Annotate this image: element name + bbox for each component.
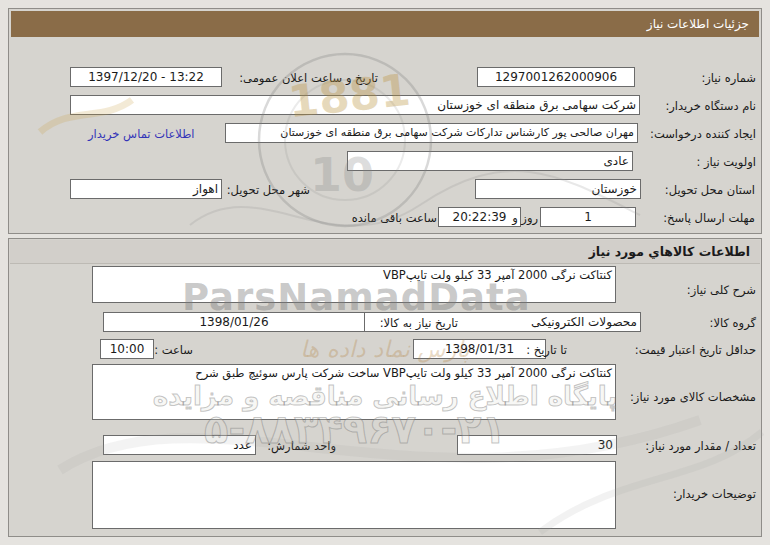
request-creator-field[interactable]: مهران صالحی پور کارشناس تدارکات شرکت سها… [225,123,638,143]
general-description-field[interactable]: کنتاکت نرگی 2000 آمپر 33 کیلو ولت تایپVB… [92,266,616,303]
announce-datetime-label: تاریخ و ساعت اعلان عمومی: [239,71,378,85]
specifications-label: مشخصات کالای مورد نیاز: [630,390,756,404]
count-unit-field[interactable]: عدد [103,435,256,455]
deadline-days-field[interactable]: 1 [540,207,636,227]
deadline-time-unit: ساعت باقی مانده [352,211,437,225]
priority-label: اولویت نیاز : [696,155,756,169]
delivery-province-field[interactable]: خوزستان [475,179,641,199]
deadline-days-unit: روز و [512,211,538,225]
delivery-province-label: استان محل تحویل: [665,183,755,197]
delivery-city-label: شهر محل تحویل: [227,183,310,197]
price-validity-hour-field[interactable]: 10:00 [100,339,154,359]
price-validity-until-label: تا تاریخ : [526,343,567,357]
need-details-panel: جزئیات اطلاعات نیاز [8,8,762,234]
price-validity-label: حداقل تاریخ اعتبار قیمت: [635,343,756,357]
count-unit-label: واحد شمارش: [267,439,336,453]
buyer-org-label: نام دستگاه خریدار: [665,99,756,113]
buyer-org-field[interactable]: شرکت سهامی برق منطقه ای خوزستان [70,95,640,115]
need-details-panel-title: جزئیات اطلاعات نیاز [11,11,759,37]
buyer-notes-field[interactable] [92,461,616,529]
buyer-notes-label: توضیحات خریدار: [673,487,756,501]
need-number-label: شماره نیاز: [701,71,756,85]
buyer-contact-link[interactable]: اطلاعات تماس خریدار [88,127,195,141]
quantity-field[interactable]: 30 [457,435,617,455]
quantity-label: تعداد / مقدار مورد نیاز: [645,439,756,453]
need-details-page: جزئیات اطلاعات نیاز شماره نیاز: 12970012… [0,0,770,545]
need-date-label: تاریخ نیاز به کالا: [380,316,458,330]
priority-field[interactable]: عادی [347,151,633,171]
request-creator-label: ایجاد کننده درخواست: [650,127,756,141]
deadline-time-field[interactable]: 20:22:39 [438,207,521,227]
response-deadline-label: مهلت ارسال پاسخ: [663,211,755,225]
price-validity-hour-label: ساعت : [154,343,193,357]
need-number-field[interactable]: 1297001262000906 [477,67,635,87]
specifications-field[interactable]: کنتاکت نرگی 2000 آمپر 33 کیلو ولت تایپVB… [92,364,616,420]
need-date-field[interactable]: 1398/01/26 [103,312,365,332]
general-description-label: شرح کلی نیاز: [687,283,756,297]
goods-group-label: گروه کالا: [710,316,756,330]
delivery-city-field[interactable]: اهواز [70,179,222,199]
announce-datetime-field[interactable]: 1397/12/20 - 13:22 [70,67,222,87]
goods-info-panel-title: اطلاعات کالاهاي مورد نیاز [10,240,760,264]
